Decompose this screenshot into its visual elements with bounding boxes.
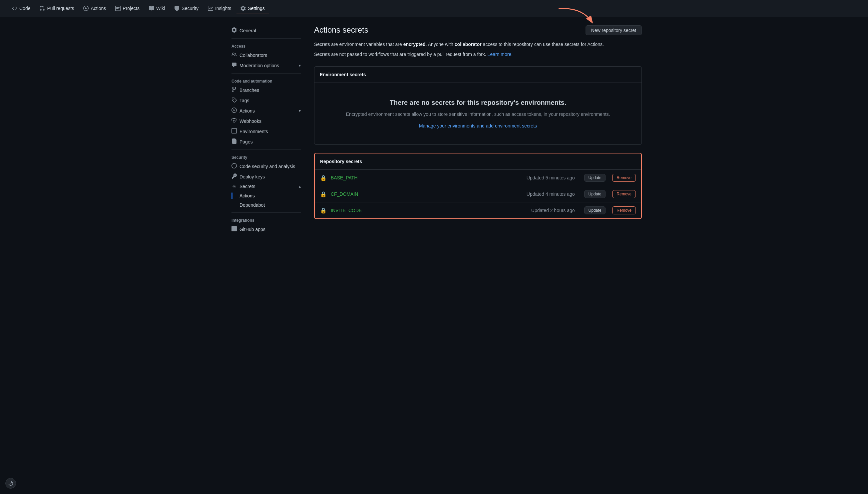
- secret-name-base-path: BASE_PATH: [331, 175, 522, 180]
- secret-row-cf-domain: 🔒 CF_DOMAIN Updated 4 minutes ago Update…: [315, 186, 641, 203]
- nav-pull-requests-label: Pull requests: [47, 6, 74, 11]
- update-button-cf-domain[interactable]: Update: [584, 190, 606, 198]
- settings-nav-icon: [240, 6, 246, 11]
- top-navigation: Code Pull requests Actions Projects Wiki…: [0, 0, 868, 17]
- moderation-chevron: ▾: [299, 63, 301, 68]
- nav-code[interactable]: Code: [8, 3, 34, 14]
- secret-updated-cf-domain: Updated 4 minutes ago: [527, 191, 575, 197]
- sidebar-access-section: Access: [226, 41, 306, 50]
- nav-wiki[interactable]: Wiki: [145, 3, 169, 14]
- sidebar-github-apps-label: GitHub apps: [239, 227, 265, 232]
- collaborators-icon: [232, 52, 237, 58]
- sidebar-secrets-label: Secrets: [239, 184, 255, 189]
- sidebar-integrations-section: Integrations: [226, 215, 306, 224]
- sidebar-webhooks[interactable]: Webhooks: [226, 116, 306, 126]
- secrets-icon: ✳: [232, 184, 237, 189]
- update-button-base-path[interactable]: Update: [584, 174, 606, 182]
- sidebar-general-label: General: [239, 28, 256, 33]
- sidebar-actions[interactable]: Actions ▾: [226, 106, 306, 116]
- lock-icon-cf-domain: 🔒: [320, 191, 327, 197]
- sidebar-automation-section: Code and automation: [226, 76, 306, 85]
- secret-updated-invite-code: Updated 2 hours ago: [531, 208, 575, 213]
- nav-security-label: Security: [182, 6, 199, 11]
- new-secret-container: New repository secret: [586, 25, 642, 35]
- sidebar-branches[interactable]: Branches: [226, 85, 306, 95]
- empty-secrets-desc: Encrypted environment secrets allow you …: [322, 111, 633, 118]
- nav-actions[interactable]: Actions: [79, 3, 110, 14]
- repository-secrets-header: Repository secrets: [315, 153, 641, 170]
- desc-text-4: Secrets are not passed to workflows that…: [314, 52, 487, 57]
- sidebar-actions-secrets[interactable]: Actions: [226, 191, 306, 201]
- sidebar-general[interactable]: General: [226, 25, 306, 36]
- nav-insights-label: Insights: [215, 6, 231, 11]
- sidebar-secrets[interactable]: ✳ Secrets ▴: [226, 182, 306, 191]
- remove-button-cf-domain[interactable]: Remove: [612, 190, 636, 198]
- security-icon: [174, 6, 180, 11]
- sidebar-actions-label: Actions: [239, 108, 255, 114]
- sidebar-deploy-keys[interactable]: Deploy keys: [226, 171, 306, 182]
- learn-more-link[interactable]: Learn more.: [487, 52, 513, 57]
- description-2: Secrets are not passed to workflows that…: [314, 51, 642, 58]
- sidebar-security-section: Security: [226, 152, 306, 161]
- sidebar-code-security-label: Code security and analysis: [239, 164, 295, 169]
- insights-icon: [208, 6, 213, 11]
- nav-projects[interactable]: Projects: [111, 3, 144, 14]
- wiki-icon: [149, 6, 154, 11]
- sidebar-moderation[interactable]: Moderation options ▾: [226, 60, 306, 71]
- main-content: Actions secrets New repository secret Se…: [314, 25, 642, 234]
- page-header: Actions secrets New repository secret: [314, 25, 642, 35]
- empty-secrets-title: There are no secrets for this repository…: [322, 99, 633, 107]
- sidebar-divider-1: [232, 38, 301, 39]
- sidebar-github-apps[interactable]: GitHub apps: [226, 224, 306, 234]
- sidebar-pages-label: Pages: [239, 139, 253, 145]
- sidebar-moderation-label: Moderation options: [239, 63, 279, 68]
- repository-secrets-card: Repository secrets 🔒 BASE_PATH Updated 5…: [314, 153, 642, 219]
- sidebar-dependabot-secrets-label: Dependabot: [239, 203, 265, 208]
- environment-secrets-card: Environment secrets There are no secrets…: [314, 66, 642, 145]
- secrets-chevron: ▴: [299, 184, 301, 189]
- empty-secrets-section: There are no secrets for this repository…: [314, 83, 642, 145]
- tags-icon: [232, 97, 237, 103]
- nav-settings-label: Settings: [248, 6, 265, 11]
- sidebar-dependabot-secrets[interactable]: Dependabot: [226, 201, 306, 210]
- sidebar-code-security[interactable]: Code security and analysis: [226, 161, 306, 171]
- theme-toggle[interactable]: [5, 478, 16, 489]
- sidebar-environments[interactable]: Environments: [226, 126, 306, 136]
- desc-text-2: . Anyone with: [426, 42, 455, 47]
- moderation-icon: [232, 62, 237, 69]
- sidebar-tags[interactable]: Tags: [226, 95, 306, 106]
- remove-button-base-path[interactable]: Remove: [612, 174, 636, 182]
- nav-security[interactable]: Security: [170, 3, 203, 14]
- manage-environments-link[interactable]: Manage your environments and add environ…: [419, 123, 537, 129]
- code-security-icon: [232, 163, 237, 169]
- nav-code-label: Code: [19, 6, 30, 11]
- description-1: Secrets are environment variables that a…: [314, 41, 642, 48]
- lock-icon-base-path: 🔒: [320, 175, 327, 181]
- desc-text-3: access to this repository can use these …: [482, 42, 604, 47]
- desc-text-1: Secrets are environment variables that a…: [314, 42, 403, 47]
- pull-requests-icon: [40, 6, 45, 11]
- nav-wiki-label: Wiki: [156, 6, 165, 11]
- environment-secrets-header: Environment secrets: [314, 66, 642, 83]
- secret-name-cf-domain: CF_DOMAIN: [331, 191, 522, 197]
- github-apps-icon: [232, 226, 237, 232]
- update-button-invite-code[interactable]: Update: [584, 206, 606, 214]
- secret-row-base-path: 🔒 BASE_PATH Updated 5 minutes ago Update…: [315, 170, 641, 186]
- actions-nav-icon: [83, 6, 89, 11]
- nav-pull-requests[interactable]: Pull requests: [36, 3, 78, 14]
- remove-button-invite-code[interactable]: Remove: [612, 206, 636, 214]
- nav-settings[interactable]: Settings: [237, 3, 269, 14]
- sidebar-collaborators[interactable]: Collaborators: [226, 50, 306, 60]
- pages-icon: [232, 138, 237, 145]
- new-repository-secret-button[interactable]: New repository secret: [586, 25, 642, 35]
- lock-icon-invite-code: 🔒: [320, 207, 327, 214]
- nav-insights[interactable]: Insights: [204, 3, 235, 14]
- sidebar-collaborators-label: Collaborators: [239, 53, 267, 58]
- code-icon: [12, 6, 17, 11]
- secret-updated-base-path: Updated 5 minutes ago: [527, 175, 575, 180]
- sidebar-branches-label: Branches: [239, 88, 259, 93]
- sidebar-deploy-keys-label: Deploy keys: [239, 174, 265, 179]
- desc-bold-2: collaborator: [455, 42, 482, 47]
- sidebar-pages[interactable]: Pages: [226, 136, 306, 147]
- page-layout: General Access Collaborators Moderation …: [221, 17, 647, 242]
